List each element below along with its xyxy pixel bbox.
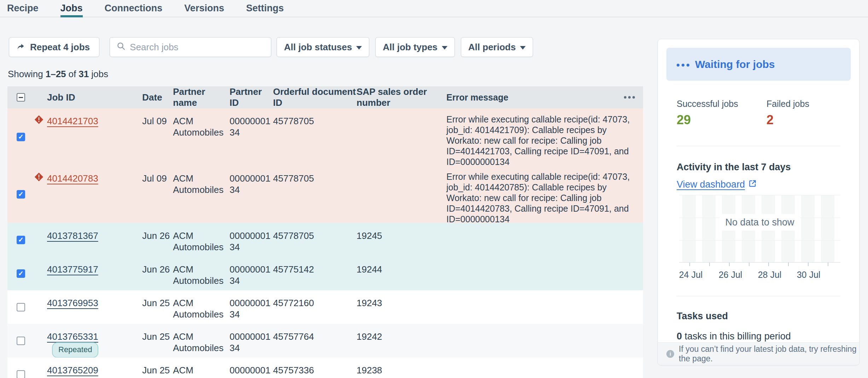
- sap-sales-order-number: 19245: [357, 223, 446, 257]
- job-id-link[interactable]: 4014420783: [47, 173, 98, 184]
- card-footer-note: i If you can’t find your latest job data…: [658, 342, 859, 365]
- table-row[interactable]: 4013765331 Repeated Jun 25 ACM Automobil…: [7, 324, 643, 357]
- row-checkbox[interactable]: [17, 269, 25, 278]
- tab-jobs[interactable]: Jobs: [60, 0, 83, 17]
- error-message: Error while executing callable recipe(id…: [446, 166, 643, 223]
- job-id-link[interactable]: 4014421703: [47, 116, 98, 126]
- repeat-jobs-button[interactable]: Repeat 4 jobs: [9, 37, 99, 57]
- orderful-document-id: 45778705: [273, 108, 357, 166]
- column-options-icon[interactable]: [622, 94, 637, 101]
- orderful-document-id: 45778705: [273, 223, 357, 257]
- search-icon: [116, 41, 126, 53]
- row-checkbox[interactable]: [17, 370, 25, 378]
- error-message: [446, 357, 643, 378]
- divider: [677, 146, 840, 146]
- job-id-link[interactable]: 4013765331: [47, 331, 98, 342]
- orderful-document-id: 45757764: [273, 324, 357, 357]
- tasks-used-heading: Tasks used: [677, 311, 840, 322]
- job-date: Jun 26: [142, 257, 173, 290]
- partner-id: 0000000134: [230, 357, 273, 378]
- col-header-partner-name: Partner name: [173, 86, 230, 108]
- row-checkbox[interactable]: [17, 337, 25, 345]
- divider: [677, 296, 840, 296]
- col-header-job-id: Job ID: [34, 92, 142, 103]
- error-message: [446, 257, 643, 290]
- table-header: Job ID Date Partner name Partner ID Orde…: [7, 86, 643, 108]
- job-status-card: Waiting for jobs Successful jobs 29 Fail…: [658, 39, 860, 365]
- row-checkbox[interactable]: [17, 190, 25, 199]
- job-type-filter[interactable]: All job types: [375, 37, 455, 57]
- view-dashboard-link[interactable]: View dashboard: [677, 179, 757, 190]
- tab-settings[interactable]: Settings: [246, 0, 284, 17]
- job-id-link[interactable]: 4013765209: [47, 365, 98, 376]
- tab-versions[interactable]: Versions: [184, 0, 224, 17]
- orderful-document-id: 45778705: [273, 166, 357, 223]
- chevron-down-icon: [442, 46, 447, 50]
- tab-bar: Recipe Jobs Connections Versions Setting…: [0, 0, 868, 17]
- chart-x-axis-ticks: [679, 263, 840, 267]
- table-row[interactable]: 4014420783 Jul 09 ACM Automobiles 000000…: [7, 166, 643, 223]
- tab-connections[interactable]: Connections: [105, 0, 163, 17]
- partner-id: 0000000134: [230, 166, 273, 223]
- table-row[interactable]: 4013781367 Jun 26 ACM Automobiles 000000…: [7, 223, 643, 257]
- table-row[interactable]: 4014421703 Jul 09 ACM Automobiles 000000…: [7, 108, 643, 166]
- info-icon: i: [666, 350, 674, 358]
- activity-heading: Activity in the last 7 days: [677, 162, 840, 173]
- jobs-toolbar: Repeat 4 jobs All job statuses All job t…: [9, 37, 533, 57]
- partner-id: 0000000134: [230, 223, 273, 257]
- job-status-filter[interactable]: All job statuses: [277, 37, 369, 57]
- results-summary: Showing1–25of31jobs: [8, 69, 111, 80]
- search-jobs-box[interactable]: [110, 37, 271, 57]
- partner-id: 0000000134: [230, 257, 273, 290]
- sap-sales-order-number: [357, 166, 446, 223]
- table-row[interactable]: 4013775917 Jun 26 ACM Automobiles 000000…: [7, 257, 643, 290]
- failed-jobs-count: 2: [766, 113, 856, 127]
- job-id-link[interactable]: 4013769953: [47, 298, 98, 308]
- job-id-link[interactable]: 4013781367: [47, 230, 98, 241]
- col-header-partner-id: Partner ID: [230, 86, 273, 108]
- search-input[interactable]: [130, 42, 265, 53]
- partner-name: ACM Automobiles: [173, 166, 230, 223]
- period-filter[interactable]: All periods: [461, 37, 533, 57]
- job-date: Jun 25: [142, 324, 173, 357]
- orderful-document-id: 45775142: [273, 257, 357, 290]
- row-checkbox[interactable]: [17, 303, 25, 311]
- error-message: Error while executing callable recipe(id…: [446, 108, 643, 166]
- tab-recipe[interactable]: Recipe: [7, 0, 39, 17]
- error-icon: [34, 172, 44, 184]
- job-date: Jul 09: [142, 166, 173, 223]
- sap-sales-order-number: 19244: [357, 257, 446, 290]
- chevron-down-icon: [520, 46, 526, 50]
- table-row[interactable]: 4013769953 Jun 25 ACM Automobiles 000000…: [7, 290, 643, 324]
- col-header-date: Date: [142, 92, 173, 103]
- job-id-link[interactable]: 4013775917: [47, 264, 98, 275]
- select-all-checkbox[interactable]: [17, 93, 25, 102]
- orderful-document-id: 45757336: [273, 357, 357, 378]
- job-date: Jun 26: [142, 223, 173, 257]
- status-banner-title: Waiting for jobs: [695, 58, 775, 70]
- sap-sales-order-number: 19242: [357, 324, 446, 357]
- error-message: [446, 290, 643, 324]
- external-link-icon: [748, 179, 757, 190]
- sap-sales-order-number: [357, 108, 446, 166]
- repeated-badge: Repeated: [52, 342, 98, 358]
- orderful-document-id: 45772160: [273, 290, 357, 324]
- partner-name: ACM Automobiles: [173, 324, 230, 357]
- table-row[interactable]: 4013765209 Jun 25 ACM Automobiles 000000…: [7, 357, 643, 378]
- row-checkbox[interactable]: [17, 133, 25, 141]
- row-checkbox[interactable]: [17, 236, 25, 244]
- chart-x-axis-labels: 24 Jul 26 Jul 28 Jul 30 Jul: [679, 270, 840, 280]
- error-icon: [34, 115, 44, 127]
- job-date: Jun 25: [142, 357, 173, 378]
- jobs-table: Job ID Date Partner name Partner ID Orde…: [7, 86, 643, 378]
- successful-jobs-count: 29: [677, 113, 766, 127]
- partner-id: 0000000134: [230, 108, 273, 166]
- partner-name: ACM Automobiles: [173, 108, 230, 166]
- partner-name: ACM Automobiles: [173, 290, 230, 324]
- error-message: [446, 324, 643, 357]
- partner-id: 0000000134: [230, 324, 273, 357]
- successful-jobs-label: Successful jobs: [677, 99, 766, 109]
- sap-sales-order-number: 19243: [357, 290, 446, 324]
- chart-plot-area: No data to show: [679, 195, 840, 263]
- tasks-used-line: 0 tasks in this billing period: [677, 331, 840, 342]
